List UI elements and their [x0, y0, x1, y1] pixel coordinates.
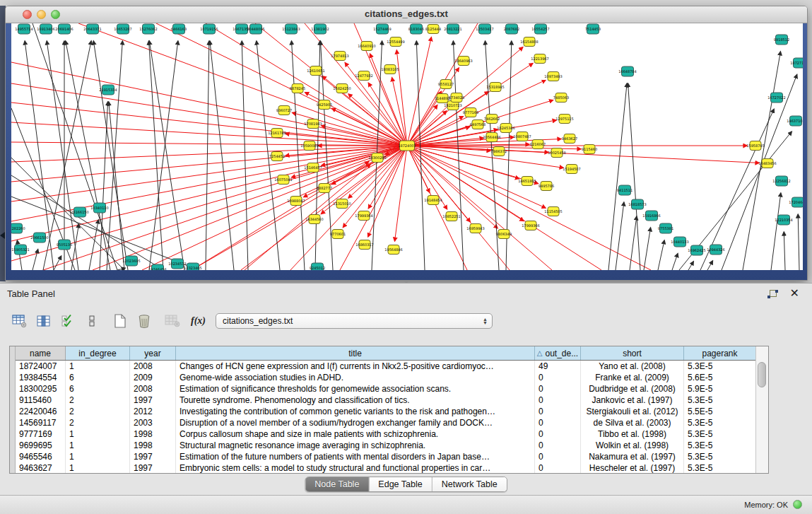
cell-name[interactable]: 18300295: [16, 383, 66, 395]
graph-edge[interactable]: [644, 228, 651, 270]
graph-edge[interactable]: [771, 193, 781, 270]
panel-collapse-arrow-icon[interactable]: [0, 232, 5, 239]
graph-edge[interactable]: [210, 41, 234, 270]
column-header-year[interactable]: year: [130, 346, 176, 360]
cell-name[interactable]: 9699695: [16, 440, 66, 451]
cell-pagerank[interactable]: 5.3E-5: [684, 361, 756, 372]
table-options-icon[interactable]: [10, 311, 30, 331]
cell-short[interactable]: Stergiakouli et al. (2012): [581, 406, 684, 417]
close-panel-icon[interactable]: ✕: [790, 286, 799, 300]
graph-edge[interactable]: [107, 41, 122, 270]
cell-in_degree[interactable]: 1: [66, 451, 130, 462]
cell-pagerank[interactable]: 5.3E-5: [684, 462, 756, 474]
column-header-short[interactable]: short: [581, 346, 684, 360]
graph-edge[interactable]: [93, 146, 407, 270]
cell-short[interactable]: Dudbridge et al. (2008): [581, 383, 684, 395]
table-selector-dropdown[interactable]: citations_edges.txt ▲▼: [216, 313, 493, 329]
cell-out_degree[interactable]: 0: [535, 462, 581, 474]
cell-out_degree[interactable]: 0: [535, 428, 581, 440]
cell-year[interactable]: 1997: [130, 451, 176, 462]
row-height-icon[interactable]: [82, 311, 102, 331]
graph-edge[interactable]: [688, 262, 693, 270]
cell-short[interactable]: Nakamura et al. (1997): [581, 451, 684, 462]
graph-edge[interactable]: [33, 250, 38, 270]
float-panel-icon[interactable]: [767, 289, 779, 300]
scrollbar-thumb[interactable]: [758, 362, 766, 387]
cell-title[interactable]: Corpus callosum shape and size in male p…: [176, 428, 535, 440]
cell-in_degree[interactable]: 2: [66, 406, 130, 417]
graph-edge[interactable]: [11, 175, 163, 270]
cell-pagerank[interactable]: 5.3E-5: [684, 451, 756, 462]
cell-short[interactable]: Wolkin et al. (1998): [581, 440, 684, 451]
show-column-icon[interactable]: [34, 311, 54, 331]
cell-year[interactable]: 2009: [130, 372, 176, 383]
window-titlebar[interactable]: citations_edges.txt: [6, 6, 807, 23]
graph-edge[interactable]: [292, 41, 305, 270]
graph-edge[interactable]: [149, 41, 184, 270]
table-row[interactable]: 2242004622012Investigating the contribut…: [16, 406, 756, 417]
table-row[interactable]: 1456911722003Disruption of a novel membe…: [16, 417, 756, 428]
cell-year[interactable]: 1998: [130, 440, 176, 451]
graph-edge[interactable]: [658, 240, 664, 270]
delete-table-icon[interactable]: [134, 311, 154, 331]
graph-edge[interactable]: [11, 158, 124, 270]
cell-name[interactable]: 14569117: [16, 417, 66, 428]
graph-edge[interactable]: [616, 202, 624, 270]
cell-short[interactable]: Yano et al. (2008): [581, 361, 684, 372]
cell-out_degree[interactable]: 0: [535, 383, 581, 395]
cell-name[interactable]: 9115460: [16, 395, 66, 406]
cell-year[interactable]: 1998: [130, 428, 176, 440]
column-header-pagerank[interactable]: pagerank: [684, 346, 756, 360]
table-row[interactable]: 1830029562008Estimation of significance …: [16, 383, 756, 395]
graph-edge[interactable]: [11, 142, 407, 146]
cell-pagerank[interactable]: 5.3E-5: [684, 440, 756, 451]
tab-node-table[interactable]: Node Table: [305, 477, 369, 491]
tab-edge-table[interactable]: Edge Table: [369, 477, 432, 491]
cell-name[interactable]: 9463627: [16, 462, 66, 474]
select-columns-icon[interactable]: [58, 311, 78, 331]
cell-pagerank[interactable]: 5.3E-5: [684, 395, 756, 406]
graph-edge[interactable]: [100, 102, 108, 270]
graph-edge[interactable]: [608, 83, 627, 270]
cell-name[interactable]: 9777169: [16, 428, 66, 440]
cell-title[interactable]: Structural magnetic resonance image aver…: [176, 440, 535, 451]
cell-in_degree[interactable]: 1: [66, 440, 130, 451]
table-row[interactable]: 946362711997Embryonic stem cells: a mode…: [16, 462, 756, 474]
table-row[interactable]: 1872400712008Changes of HCN gene express…: [16, 361, 756, 372]
cell-year[interactable]: 2003: [130, 417, 176, 428]
network-view-canvas[interactable]: 1495571416913406206914062064337110653287…: [11, 23, 803, 270]
table-row[interactable]: 1938455462009Genome-wide association stu…: [16, 372, 756, 383]
cell-in_degree[interactable]: 1: [66, 361, 130, 372]
cell-in_degree[interactable]: 2: [66, 417, 130, 428]
table-row[interactable]: 969969511998Structural magnetic resonanc…: [16, 440, 756, 451]
cell-pagerank[interactable]: 5.5E-5: [684, 406, 756, 417]
cell-pagerank[interactable]: 5.3E-5: [684, 428, 756, 440]
cell-title[interactable]: Investigating the contribution of common…: [176, 406, 535, 417]
graph-edge[interactable]: [722, 74, 797, 270]
cell-short[interactable]: Hescheler et al. (1997): [581, 462, 684, 474]
cell-title[interactable]: Embryonic stem cells: a model to study s…: [176, 462, 535, 474]
cell-out_degree[interactable]: 0: [535, 451, 581, 462]
table-row[interactable]: 911546021997Tourette syndrome. Phenomeno…: [16, 395, 756, 406]
cell-pagerank[interactable]: 5.6E-5: [684, 372, 756, 383]
column-header-in-degree[interactable]: in_degree: [66, 346, 130, 360]
cell-out_degree[interactable]: 0: [535, 417, 581, 428]
column-header-title[interactable]: title: [176, 346, 535, 360]
cell-pagerank[interactable]: 5.3E-5: [684, 417, 756, 428]
column-header-out-degree[interactable]: △ out_de...: [535, 346, 581, 360]
graph-edge[interactable]: [628, 83, 640, 270]
cell-in_degree[interactable]: 6: [66, 372, 130, 383]
graph-edge[interactable]: [707, 261, 713, 270]
cell-short[interactable]: Jankovic et al. (1997): [581, 395, 684, 406]
cell-title[interactable]: Changes of HCN gene expression and I(f) …: [176, 361, 535, 372]
cell-year[interactable]: 1997: [130, 462, 176, 474]
cell-year[interactable]: 2008: [130, 361, 176, 372]
column-header-name[interactable]: name: [16, 346, 66, 360]
function-builder-icon[interactable]: f(x): [191, 315, 206, 327]
tab-network-table[interactable]: Network Table: [433, 477, 507, 491]
cell-year[interactable]: 2008: [130, 383, 176, 395]
cell-title[interactable]: Tourette syndrome. Phenomenology and cla…: [176, 395, 535, 406]
cell-title[interactable]: Disruption of a novel member of a sodium…: [176, 417, 535, 428]
cell-in_degree[interactable]: 6: [66, 383, 130, 395]
cell-in_degree[interactable]: 1: [66, 428, 130, 440]
